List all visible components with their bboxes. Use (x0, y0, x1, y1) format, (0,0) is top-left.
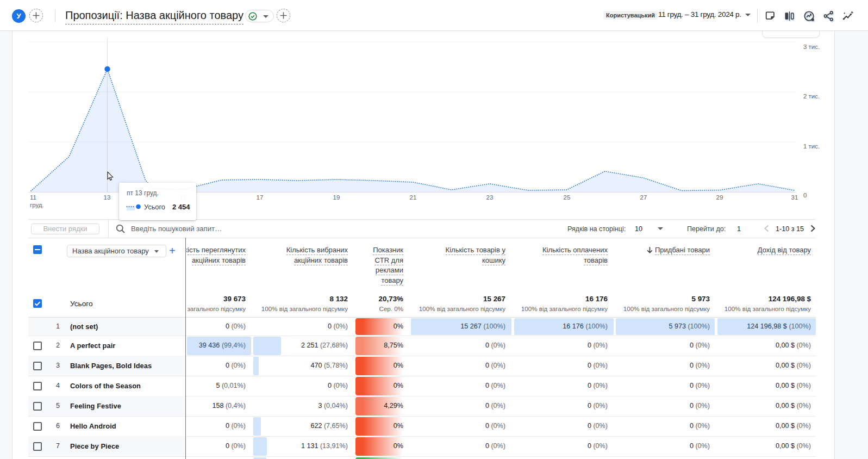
svg-text:23: 23 (486, 194, 494, 201)
svg-text:25: 25 (564, 194, 571, 201)
svg-text:0: 0 (803, 192, 807, 199)
svg-text:груд.: груд. (30, 202, 44, 208)
svg-text:21: 21 (410, 194, 417, 201)
svg-text:11: 11 (30, 194, 36, 201)
svg-text:19: 19 (333, 194, 340, 201)
svg-text:13: 13 (104, 194, 111, 201)
svg-text:17: 17 (257, 194, 264, 201)
svg-text:1 тис.: 1 тис. (803, 143, 820, 150)
svg-text:27: 27 (640, 194, 647, 201)
svg-text:2 тис.: 2 тис. (803, 93, 820, 100)
svg-text:31: 31 (791, 194, 798, 201)
svg-text:3 тис.: 3 тис. (803, 44, 820, 50)
svg-text:29: 29 (716, 194, 723, 201)
